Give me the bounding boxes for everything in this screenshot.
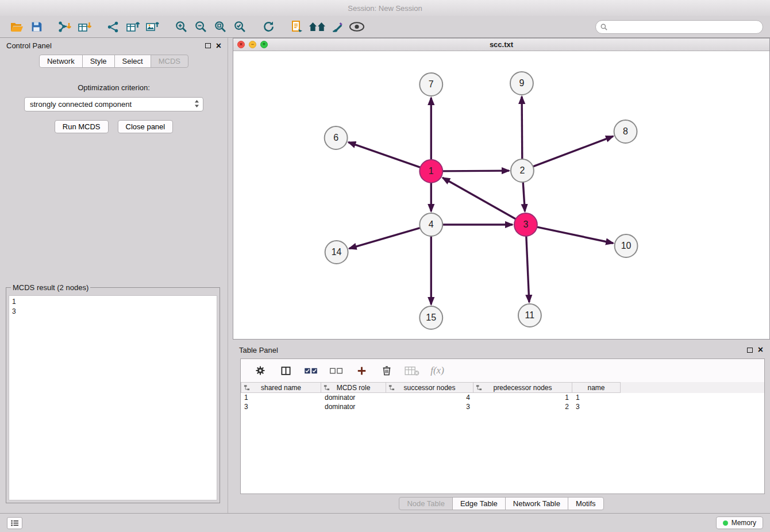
edge-2-8[interactable] — [533, 136, 613, 167]
node-3[interactable]: 3 — [514, 213, 537, 236]
sort-icon — [244, 384, 250, 391]
tab-motifs[interactable]: Motifs — [568, 497, 604, 510]
float-table-panel-icon[interactable] — [747, 348, 753, 353]
copy-view-button[interactable] — [289, 18, 305, 36]
column-header-mcds-role[interactable]: MCDS role — [321, 382, 386, 393]
delete-row-button[interactable] — [379, 362, 395, 379]
trash-icon — [382, 365, 392, 376]
svg-text:4: 4 — [429, 219, 434, 229]
status-bar: Memory — [0, 513, 770, 532]
edge-3-10[interactable] — [537, 227, 613, 243]
edge-4-14[interactable] — [349, 228, 420, 249]
gear-icon — [255, 365, 266, 376]
window-zoom-icon[interactable]: + — [260, 41, 268, 48]
edge-3-11[interactable] — [526, 236, 529, 302]
sort-icon — [388, 384, 395, 391]
show-columns-button[interactable] — [278, 362, 294, 379]
dropdown-stepper-icon — [194, 99, 199, 110]
tab-network-table[interactable]: Network Table — [505, 497, 568, 510]
eye-icon — [349, 22, 365, 32]
memory-label: Memory — [732, 519, 756, 527]
node-1[interactable]: 1 — [419, 160, 442, 183]
export-image-button[interactable] — [144, 18, 160, 36]
zoom-fit-button[interactable] — [212, 18, 228, 36]
node-2[interactable]: 2 — [511, 159, 534, 182]
window-minimize-icon[interactable]: − — [249, 41, 256, 48]
import-table-button[interactable] — [76, 18, 93, 36]
run-mcds-button[interactable]: Run MCDS — [55, 120, 109, 133]
tab-node-table[interactable]: Node Table — [399, 497, 453, 510]
control-panel: Control Panel × Network Style Select MCD… — [0, 38, 228, 513]
tab-mcds[interactable]: MCDS — [151, 55, 188, 68]
float-panel-icon[interactable] — [205, 43, 211, 48]
window-close-icon[interactable]: × — [237, 41, 245, 48]
memory-button[interactable]: Memory — [716, 516, 763, 529]
table-cell: 3 — [572, 402, 621, 411]
task-history-button[interactable] — [7, 517, 22, 529]
svg-text:15: 15 — [426, 313, 436, 322]
zoom-out-button[interactable] — [192, 18, 209, 36]
column-header-name[interactable]: name — [572, 382, 621, 393]
edge-1-2[interactable] — [442, 171, 509, 171]
main-toolbar — [0, 16, 770, 38]
new-network-button[interactable] — [105, 18, 121, 36]
edge-1-6[interactable] — [348, 142, 420, 168]
optimization-criterion-label: Optimization criterion: — [0, 83, 228, 92]
close-panel-button[interactable]: Close panel — [118, 120, 174, 133]
node-11[interactable]: 11 — [518, 304, 541, 327]
edge-2-9[interactable] — [522, 97, 522, 159]
node-10[interactable]: 10 — [615, 234, 638, 257]
tab-network[interactable]: Network — [39, 55, 83, 68]
apply-style-button[interactable] — [329, 18, 345, 36]
column-header-successor-nodes[interactable]: successor nodes — [386, 382, 473, 393]
svg-text:1: 1 — [429, 166, 434, 176]
fx-icon: f(x) — [430, 365, 444, 376]
node-4[interactable]: 4 — [419, 213, 442, 236]
table-row[interactable]: 1dominator411 — [241, 393, 764, 402]
close-panel-icon[interactable]: × — [216, 41, 221, 51]
open-session-button[interactable] — [9, 18, 25, 36]
tab-select[interactable]: Select — [114, 55, 151, 68]
table-row[interactable]: 3dominator323 — [241, 402, 764, 411]
paintbrush-icon — [331, 21, 344, 33]
export-table-button[interactable] — [125, 18, 141, 36]
node-9[interactable]: 9 — [510, 72, 533, 95]
zoom-in-button[interactable] — [173, 18, 189, 36]
criterion-dropdown[interactable]: strongly connected component — [24, 97, 203, 111]
search-input[interactable] — [610, 23, 758, 31]
tab-style[interactable]: Style — [82, 55, 115, 68]
column-header-shared-name[interactable]: shared name — [241, 382, 321, 393]
close-table-panel-icon[interactable]: × — [758, 345, 763, 354]
node-15[interactable]: 15 — [419, 306, 442, 329]
save-icon — [30, 21, 43, 33]
save-session-button[interactable] — [28, 18, 44, 36]
svg-text:2: 2 — [519, 165, 525, 175]
refresh-layout-button[interactable] — [260, 18, 276, 36]
columns-icon — [280, 365, 291, 376]
zoom-out-icon — [194, 20, 207, 33]
node-6[interactable]: 6 — [325, 126, 348, 149]
column-header-predecessor-nodes[interactable]: predecessor nodes — [473, 382, 572, 393]
show-hide-button[interactable] — [349, 18, 365, 36]
edge-2-3[interactable] — [523, 182, 525, 211]
table-header-row: shared name MCDS role successor nodes pr… — [241, 382, 764, 393]
tab-edge-table[interactable]: Edge Table — [452, 497, 506, 510]
node-8[interactable]: 8 — [614, 120, 637, 143]
network-window-title: scc.txt — [233, 40, 769, 49]
table-settings-button[interactable] — [252, 362, 268, 379]
table-cell: 2 — [473, 402, 572, 411]
import-network-button[interactable] — [57, 18, 73, 36]
search-box[interactable] — [595, 20, 763, 34]
zoom-selected-button[interactable] — [232, 18, 248, 36]
export-image-icon — [145, 21, 160, 33]
edge-3-1[interactable] — [442, 178, 515, 219]
node-7[interactable]: 7 — [419, 73, 442, 96]
network-canvas[interactable]: 7968124314101511 — [233, 51, 769, 339]
mcds-result-list[interactable]: 13 — [9, 295, 217, 500]
node-14[interactable]: 14 — [325, 241, 348, 264]
deselect-all-button[interactable] — [328, 362, 344, 379]
select-all-button[interactable] — [303, 362, 319, 379]
network-graph[interactable]: 7968124314101511 — [233, 51, 769, 339]
add-row-button[interactable] — [353, 362, 369, 379]
home-layout-button[interactable] — [309, 18, 326, 36]
